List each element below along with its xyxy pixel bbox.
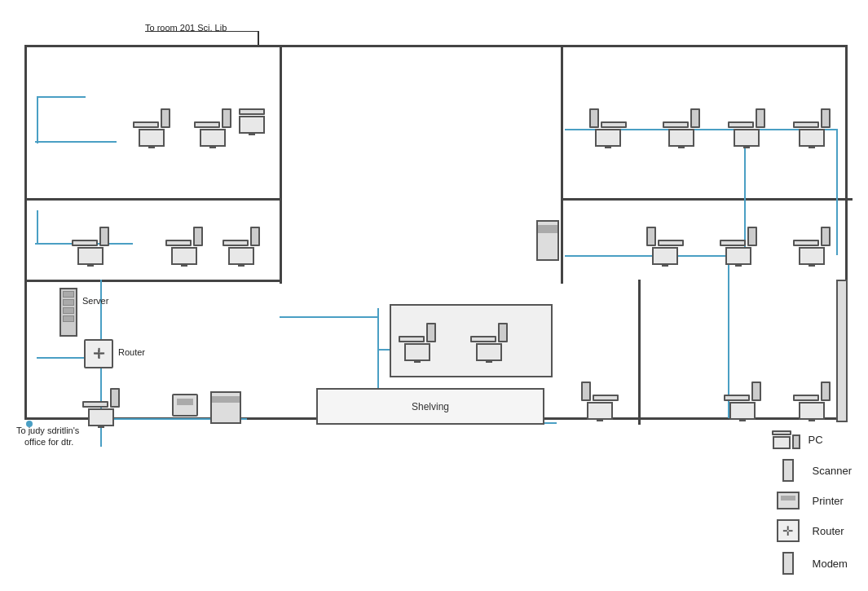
legend-scanner-label: Scanner [813, 465, 852, 477]
monitor [799, 402, 825, 420]
legend-router-label: Router [813, 525, 844, 537]
router-cross-symbol: ✛ [93, 345, 105, 363]
keyboard [165, 240, 192, 246]
keyboard [470, 336, 496, 342]
legend-monitor [773, 436, 791, 449]
keyboard [793, 395, 819, 401]
wall-v-right-top [561, 47, 563, 284]
tower [426, 323, 436, 342]
tower [756, 108, 765, 128]
legend-item-router: ✛ Router [772, 519, 852, 542]
device-center [536, 220, 559, 261]
cable-tl-2 [37, 96, 38, 143]
pc-br-3 [793, 382, 831, 420]
keyboard [793, 121, 819, 128]
legend-scanner-icon [782, 459, 794, 482]
legend-pc-icon [772, 430, 800, 449]
monitor [725, 247, 751, 265]
pc-tl-3 [239, 108, 265, 134]
cable-tl-3 [37, 96, 86, 98]
tower [747, 227, 757, 246]
wall-h-top [27, 198, 282, 201]
wall-h-server [27, 280, 282, 282]
annotation-bottom-1: To judy sdritlin's [16, 426, 79, 435]
legend-pc-label: PC [809, 434, 823, 446]
canvas: To room 201 Sci. Lib To judy sdritlin's … [0, 0, 868, 591]
legend-modem-label: Modem [813, 558, 848, 570]
rack-unit-4 [63, 315, 74, 322]
arrow-line-top-h [145, 31, 259, 32]
pc-rm-3 [793, 227, 831, 265]
monitor [88, 408, 114, 426]
tower [589, 108, 599, 128]
router-label: Router [118, 347, 145, 357]
wall-h-right [561, 198, 853, 201]
pc-bl-1 [82, 388, 120, 426]
pc-lm-1 [72, 227, 109, 265]
legend-item-pc: PC [772, 430, 852, 449]
shelving-label: Shelving [412, 401, 449, 412]
monitor [799, 247, 825, 265]
legend-router-icon: ✛ [777, 519, 800, 542]
legend-item-printer: Printer [772, 492, 852, 509]
tower [821, 227, 831, 246]
keyboard [194, 121, 220, 128]
router-cross: ✛ [90, 346, 107, 362]
pc-rm-1 [646, 227, 684, 265]
rack-unit-1 [63, 291, 74, 298]
monitor [200, 129, 226, 147]
keyboard [793, 240, 819, 246]
door-top-left [369, 47, 426, 50]
pc-tl-2 [194, 108, 231, 147]
tower [751, 382, 761, 401]
monitor [799, 129, 825, 147]
keyboard [720, 240, 746, 246]
monitor [476, 343, 502, 361]
pc-lm-3 [223, 227, 260, 265]
pc-lm-2 [165, 227, 203, 265]
keyboard [724, 395, 750, 401]
cable-right-6 [836, 129, 838, 255]
legend-item-modem: Modem [772, 552, 852, 575]
tower [821, 108, 831, 128]
keyboard [399, 336, 425, 342]
keyboard [658, 240, 684, 246]
keyboard [593, 395, 619, 401]
keyboard [728, 121, 754, 128]
wall-v-left-main [280, 47, 282, 284]
rack-unit-2 [63, 299, 74, 306]
router-icon-main: ✛ [84, 339, 113, 368]
tower [99, 227, 109, 246]
pc-tl-1 [133, 108, 170, 147]
cable-tl-1 [35, 141, 117, 143]
keyboard [601, 121, 627, 128]
pc-tr-1 [589, 108, 627, 147]
keyboard [239, 108, 265, 115]
server-rack [59, 288, 77, 337]
wall-v-right-bottom [638, 280, 641, 425]
monitor [77, 247, 104, 265]
legend-tower [792, 434, 800, 449]
legend-keyboard [772, 430, 791, 435]
keyboard [663, 121, 689, 128]
monitor [228, 247, 254, 265]
tower [250, 227, 260, 246]
monitor [595, 129, 621, 147]
pc-tr-3 [728, 108, 765, 147]
tower [110, 388, 120, 408]
legend-printer-icon [777, 492, 800, 509]
shelving-area: Shelving [316, 388, 544, 425]
tower [646, 227, 656, 246]
monitor [404, 343, 430, 361]
monitor [171, 247, 197, 265]
monitor [734, 129, 760, 147]
tower [581, 382, 591, 401]
monitor [652, 247, 678, 265]
right-panel [836, 280, 848, 422]
monitor [729, 402, 756, 420]
keyboard [133, 121, 159, 128]
tower [690, 108, 700, 128]
device-bl-slot [212, 396, 240, 403]
keyboard [82, 401, 108, 408]
legend: PC Scanner Printer ✛ Router [772, 430, 852, 575]
